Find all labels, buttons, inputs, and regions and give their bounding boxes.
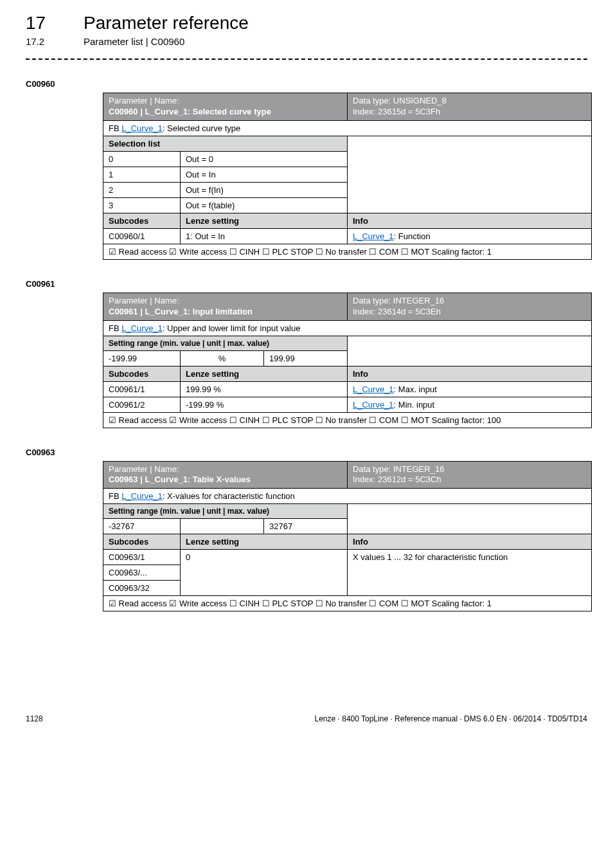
sel-val: Out = f(table) [181, 197, 348, 213]
subcode: C00961/2 [103, 397, 181, 412]
lenze-header: Lenze setting [181, 534, 348, 550]
sel-val: Out = f(In) [181, 182, 348, 197]
sel-num: 0 [103, 151, 181, 167]
fb-link[interactable]: L_Curve_1 [121, 491, 163, 501]
lenze-header: Lenze setting [181, 213, 348, 228]
selection-list-header: Selection list [103, 136, 348, 151]
info-cell: L_Curve_1: Function [348, 228, 592, 244]
unit-value: % [181, 350, 264, 366]
chapter-number: 17 [26, 13, 84, 33]
param-code-heading: C00961 [26, 279, 587, 289]
datatype-cell: Data type: UNSIGNED_8 Index: 23615d = 5C… [348, 93, 592, 121]
min-value: -199.99 [103, 350, 181, 366]
divider [26, 59, 587, 60]
section-number: 17.2 [26, 36, 84, 47]
access-row: ☑ Read access ☑ Write access ☐ CINH ☐ PL… [103, 244, 592, 259]
fb-row: FB L_Curve_1: X-values for characteristi… [103, 489, 592, 504]
subcodes-header: Subcodes [103, 366, 181, 381]
fb-row: FB L_Curve_1: Selected curve type [103, 120, 592, 136]
subcode: C00961/1 [103, 381, 181, 397]
sel-num: 1 [103, 167, 181, 182]
chapter-title: Parameter reference [84, 13, 249, 33]
lenze-setting: -199.99 % [181, 397, 348, 412]
info-cell: L_Curve_1: Min. input [348, 397, 592, 412]
lenze-header: Lenze setting [181, 366, 348, 381]
min-value: -32767 [103, 519, 181, 534]
param-code-heading: C00960 [26, 79, 587, 89]
param-code-heading: C00963 [26, 448, 587, 457]
subcode: C00963/32 [103, 581, 181, 596]
param-table-c00963: Parameter | Name: C00963 | L_Curve_1: Ta… [103, 461, 592, 612]
lenze-setting: 0 [181, 550, 348, 596]
param-table-c00960: Parameter | Name: C00960 | L_Curve_1: Se… [103, 93, 592, 260]
subcode: C00963/... [103, 565, 181, 581]
title-cell: Parameter | Name: C00961 | L_Curve_1: In… [103, 293, 348, 320]
param-table-c00961: Parameter | Name: C00961 | L_Curve_1: In… [103, 293, 592, 428]
access-row: ☑ Read access ☑ Write access ☐ CINH ☐ PL… [103, 412, 592, 428]
max-value: 199.99 [264, 350, 348, 366]
subcode: C00963/1 [103, 550, 181, 565]
datatype-cell: Data type: INTEGER_16 Index: 23612d = 5C… [348, 461, 592, 489]
lenze-setting: 199.99 % [181, 381, 348, 397]
datatype-cell: Data type: INTEGER_16 Index: 23614d = 5C… [348, 293, 592, 320]
setting-range-header: Setting range (min. value | unit | max. … [103, 504, 348, 519]
blank-right [348, 336, 592, 366]
sel-val: Out = 0 [181, 151, 348, 167]
sel-val: Out = In [181, 167, 348, 182]
info-link[interactable]: L_Curve_1 [353, 384, 394, 394]
blank-right [348, 136, 592, 213]
access-row: ☑ Read access ☑ Write access ☐ CINH ☐ PL… [103, 596, 592, 611]
info-link[interactable]: L_Curve_1 [353, 400, 394, 410]
info-header: Info [348, 366, 592, 381]
unit-value [181, 519, 264, 534]
setting-range-header: Setting range (min. value | unit | max. … [103, 336, 348, 350]
page-number: 1128 [26, 714, 43, 723]
info-header: Info [348, 534, 592, 550]
sel-num: 2 [103, 182, 181, 197]
info-header: Info [348, 213, 592, 228]
fb-link[interactable]: L_Curve_1 [121, 123, 163, 133]
info-cell: X values 1 ... 32 for characteristic fun… [348, 550, 592, 596]
subcodes-header: Subcodes [103, 213, 181, 228]
fb-row: FB L_Curve_1: Upper and lower limit for … [103, 320, 592, 336]
lenze-setting: 1: Out = In [181, 228, 348, 244]
title-cell: Parameter | Name: C00960 | L_Curve_1: Se… [103, 93, 348, 121]
title-cell: Parameter | Name: C00963 | L_Curve_1: Ta… [103, 461, 348, 489]
section-title: Parameter list | C00960 [84, 36, 184, 47]
info-link[interactable]: L_Curve_1 [353, 231, 394, 241]
footer-text: Lenze · 8400 TopLine · Reference manual … [315, 714, 587, 723]
subcodes-header: Subcodes [103, 534, 181, 550]
max-value: 32767 [264, 519, 348, 534]
blank-right [348, 504, 592, 534]
subcode: C00960/1 [103, 228, 181, 244]
sel-num: 3 [103, 197, 181, 213]
info-cell: L_Curve_1: Max. input [348, 381, 592, 397]
fb-link[interactable]: L_Curve_1 [121, 323, 163, 333]
